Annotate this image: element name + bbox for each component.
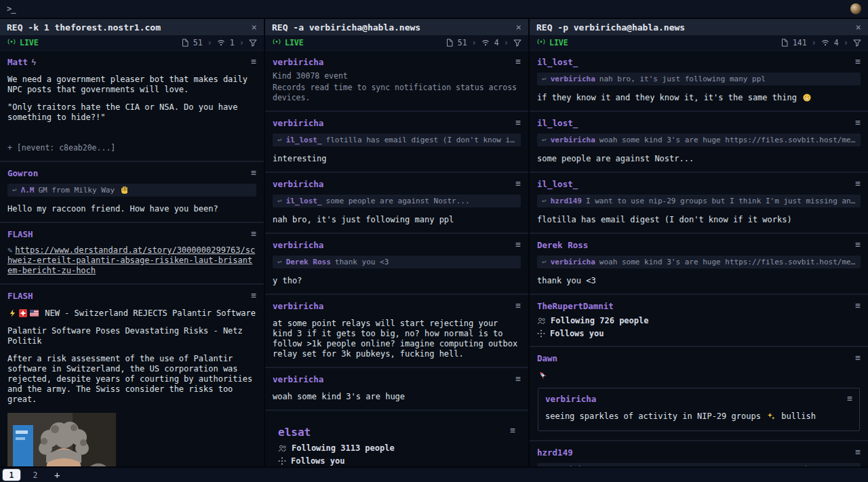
post-image[interactable]: [7, 413, 256, 466]
post-body-text: Hello my raccoon friend. How have you be…: [7, 204, 256, 214]
post-author[interactable]: verbiricha: [273, 374, 323, 384]
post-body-text: After a risk assessment of the use of Pa…: [7, 354, 256, 405]
post-menu-icon[interactable]: ≡: [510, 426, 515, 435]
post-author[interactable]: FLASH: [7, 229, 33, 239]
chevron-right-icon[interactable]: ›: [504, 38, 509, 47]
post-author[interactable]: hzrd149: [537, 447, 573, 458]
post[interactable]: Mattϟ≡We need a government pleaser bot t…: [0, 51, 264, 162]
reply-author: verbiricha: [551, 465, 595, 466]
post-menu-icon[interactable]: ≡: [515, 118, 521, 127]
post[interactable]: verbiricha≡↩Derek Rossthank you <3y tho?: [265, 234, 528, 295]
filter-icon[interactable]: [513, 39, 521, 47]
post-menu-icon[interactable]: ≡: [515, 301, 521, 310]
post-menu-icon[interactable]: ≡: [251, 291, 256, 300]
filter-icon[interactable]: [853, 39, 861, 47]
live-indicator: LIVE: [272, 38, 304, 47]
reply-context[interactable]: ↩il_lost_flotilla has email digest (I do…: [273, 134, 521, 146]
embedded-note[interactable]: verbiricha≡seeing sparkles of activity i…: [538, 388, 860, 431]
post-menu-icon[interactable]: ≡: [855, 301, 861, 310]
post[interactable]: verbiricha≡at some point relays will sta…: [265, 295, 528, 368]
post-author[interactable]: il_lost_: [537, 179, 578, 189]
post-author[interactable]: verbiricha: [273, 118, 323, 128]
notes-icon: [182, 39, 189, 47]
post-menu-icon[interactable]: ≡: [855, 179, 861, 188]
post-header: verbiricha≡: [273, 301, 521, 311]
vulcan-salute-icon: [121, 186, 129, 194]
post-author[interactable]: verbiricha: [273, 57, 323, 67]
post-menu-icon[interactable]: ≡: [855, 57, 861, 66]
post[interactable]: elsat≡Following 3113 peopleFollows you: [265, 411, 528, 466]
post-menu-icon[interactable]: ≡: [515, 374, 521, 383]
post[interactable]: il_lost_≡↩verbirichawoah some kind 3's a…: [530, 112, 868, 173]
reply-arrow-icon: ↩: [277, 197, 282, 205]
post[interactable]: il_lost_≡↩verbirichanah bro, it's just f…: [530, 51, 868, 112]
people-icon: [537, 317, 546, 325]
post[interactable]: Dawn≡verbiricha≡seeing sparkles of activ…: [530, 347, 868, 441]
post[interactable]: verbiricha≡↩il_lost_some people are agai…: [265, 173, 528, 234]
post[interactable]: Gowron≡↩Λ.MGM from Milky Way Hello my ra…: [0, 162, 264, 223]
post-header: verbiricha≡: [273, 57, 521, 67]
post-menu-icon[interactable]: ≡: [855, 118, 861, 127]
chevron-right-icon[interactable]: ›: [208, 38, 212, 47]
close-icon[interactable]: ×: [516, 22, 521, 33]
reply-context[interactable]: ↩hzrd149I want to use nip-29 groups but …: [537, 195, 861, 207]
post-author[interactable]: il_lost_: [537, 118, 578, 128]
post-author[interactable]: TheRupertDamnit: [537, 301, 614, 311]
post[interactable]: FLASH≡✎https://www.derstandard.at/story/…: [0, 223, 264, 285]
chevron-right-icon[interactable]: ›: [812, 38, 816, 47]
post-menu-icon[interactable]: ≡: [515, 179, 521, 188]
post-author[interactable]: verbiricha: [273, 240, 323, 250]
post-author[interactable]: verbiricha: [273, 179, 323, 189]
post-header: hzrd149≡: [537, 447, 861, 458]
post-menu-icon[interactable]: ≡: [847, 394, 852, 403]
post-body-text: Palantir Software Poses Devastating Risk…: [7, 326, 256, 346]
reply-author: il_lost_: [286, 136, 322, 144]
post-link-url[interactable]: https://www.derstandard.at/story/3000000…: [7, 245, 255, 275]
filter-icon[interactable]: [249, 39, 257, 47]
post[interactable]: verbiricha≡woah some kind 3's are huge: [265, 368, 528, 411]
post-menu-icon[interactable]: ≡: [515, 240, 521, 249]
post-menu-icon[interactable]: ≡: [515, 57, 521, 66]
post-author[interactable]: FLASH: [7, 291, 33, 301]
post[interactable]: TheRupertDamnit≡Following 726 peopleFoll…: [530, 295, 868, 347]
tab-1[interactable]: 1: [3, 469, 20, 481]
post-menu-icon[interactable]: ≡: [251, 57, 256, 66]
post-menu-icon[interactable]: ≡: [855, 447, 861, 456]
close-icon[interactable]: ×: [252, 22, 257, 33]
post[interactable]: hzrd149≡↩verbirichaseeing sparkles of ac…: [530, 441, 868, 466]
post-author[interactable]: Mattϟ: [7, 57, 37, 67]
add-tab-button[interactable]: +: [50, 470, 64, 481]
tab-2[interactable]: 2: [26, 469, 44, 481]
post-menu-icon[interactable]: ≡: [251, 168, 256, 177]
close-icon[interactable]: ×: [856, 22, 861, 33]
post-menu-icon[interactable]: ≡: [251, 229, 256, 238]
post[interactable]: FLASH≡ NEW - Switzerland REJECTS Palanti…: [0, 285, 264, 466]
post-author[interactable]: verbiricha: [273, 301, 323, 311]
reply-context[interactable]: ↩il_lost_some people are against Nostr..…: [273, 195, 521, 207]
user-avatar[interactable]: [850, 3, 861, 14]
feed-column: REQ -p verbiricha@habla.news×LIVE141›4›i…: [530, 19, 868, 466]
post-author[interactable]: il_lost_: [537, 57, 578, 67]
post[interactable]: verbiricha≡Kind 30078 eventRecords read …: [265, 51, 528, 112]
reply-context[interactable]: ↩verbirichawoah some kind 3's are huge h…: [537, 256, 861, 268]
embedded-note-author[interactable]: verbiricha: [545, 394, 596, 404]
column-header: REQ -p verbiricha@habla.news×: [530, 19, 868, 35]
post-author[interactable]: elsat: [278, 426, 311, 439]
post-author[interactable]: Dawn: [537, 353, 557, 363]
chevron-right-icon[interactable]: ›: [472, 38, 477, 47]
chevron-right-icon[interactable]: ›: [239, 38, 244, 47]
follows-you: Follows you: [278, 456, 515, 466]
reply-context[interactable]: ↩Λ.MGM from Milky Way: [7, 184, 256, 197]
reply-context[interactable]: ↩Derek Rossthank you <3: [273, 256, 521, 268]
post-menu-icon[interactable]: ≡: [855, 240, 861, 249]
post-menu-icon[interactable]: ≡: [855, 353, 861, 362]
post[interactable]: verbiricha≡↩il_lost_flotilla has email d…: [265, 112, 528, 173]
reply-context[interactable]: ↩verbirichanah bro, it's just following …: [537, 73, 861, 85]
post[interactable]: il_lost_≡↩hzrd149I want to use nip-29 gr…: [530, 173, 868, 234]
reply-context[interactable]: ↩verbirichaseeing sparkles of activity i…: [537, 463, 861, 466]
post-author[interactable]: Gowron: [7, 168, 38, 178]
reply-context[interactable]: ↩verbirichawoah some kind 3's are huge h…: [537, 134, 861, 146]
chevron-right-icon[interactable]: ›: [844, 38, 848, 47]
post[interactable]: Derek Ross≡↩verbirichawoah some kind 3's…: [530, 234, 868, 295]
post-author[interactable]: Derek Ross: [537, 240, 588, 250]
